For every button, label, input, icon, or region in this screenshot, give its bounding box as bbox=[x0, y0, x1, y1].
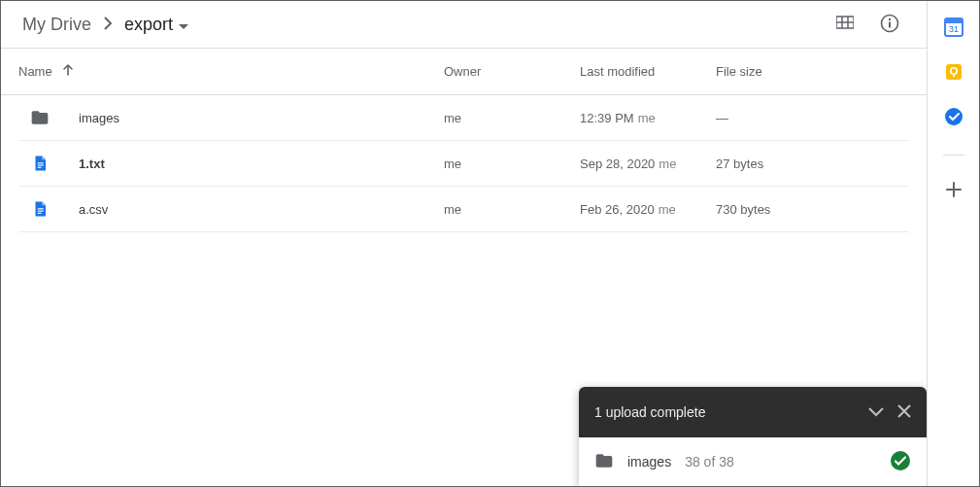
column-owner[interactable]: Owner bbox=[444, 64, 481, 79]
svg-rect-12 bbox=[38, 213, 42, 214]
file-owner: me bbox=[444, 111, 461, 125]
layout-toggle-button[interactable] bbox=[833, 13, 857, 36]
table-row[interactable]: a.csv me Feb 26, 2020me 730 bytes bbox=[18, 187, 909, 232]
svg-rect-9 bbox=[38, 167, 42, 168]
details-button[interactable] bbox=[878, 13, 901, 36]
file-modified-by: me bbox=[659, 202, 676, 217]
breadcrumb-separator-icon bbox=[103, 17, 113, 33]
upload-toast: 1 upload complete images 38 of 38 bbox=[579, 387, 927, 486]
plus-icon bbox=[945, 181, 963, 201]
file-owner: me bbox=[444, 202, 461, 217]
document-icon bbox=[28, 155, 51, 172]
svg-rect-17 bbox=[946, 64, 962, 80]
info-icon bbox=[880, 14, 899, 36]
svg-text:31: 31 bbox=[948, 24, 958, 34]
table-header: Name Owner Last modified File size bbox=[1, 49, 927, 95]
upload-toast-header: 1 upload complete bbox=[579, 387, 927, 437]
svg-rect-8 bbox=[38, 165, 44, 166]
folder-icon bbox=[594, 451, 614, 473]
file-modified-by: me bbox=[638, 111, 656, 125]
breadcrumb-current[interactable]: export bbox=[120, 7, 192, 42]
close-button[interactable] bbox=[897, 404, 911, 421]
get-addons-button[interactable] bbox=[944, 181, 963, 200]
collapse-button[interactable] bbox=[868, 404, 884, 420]
calendar-app-button[interactable]: 31 bbox=[944, 18, 963, 38]
svg-rect-15 bbox=[945, 18, 963, 23]
side-panel: 31 bbox=[927, 1, 979, 486]
calendar-icon: 31 bbox=[944, 17, 963, 40]
svg-rect-7 bbox=[38, 162, 44, 163]
column-size[interactable]: File size bbox=[716, 64, 762, 79]
column-name[interactable]: Name bbox=[18, 64, 52, 79]
file-modified-by: me bbox=[659, 157, 676, 171]
file-list: images me 12:39 PMme — 1.txt me Sep 28, … bbox=[1, 95, 927, 232]
file-modified: 12:39 PM bbox=[580, 111, 634, 125]
breadcrumb-current-label: export bbox=[124, 15, 173, 35]
svg-rect-6 bbox=[889, 21, 891, 27]
svg-rect-10 bbox=[38, 208, 44, 209]
close-icon bbox=[897, 405, 911, 421]
file-name: images bbox=[79, 111, 119, 125]
breadcrumb-root-label: My Drive bbox=[22, 15, 91, 35]
success-check-icon bbox=[890, 450, 911, 474]
chevron-down-icon bbox=[868, 404, 884, 420]
sort-ascending-icon[interactable] bbox=[62, 64, 74, 79]
column-modified[interactable]: Last modified bbox=[580, 64, 655, 79]
folder-icon bbox=[28, 108, 51, 127]
caret-down-icon bbox=[179, 15, 188, 35]
file-modified: Sep 28, 2020 bbox=[580, 157, 655, 171]
table-row[interactable]: 1.txt me Sep 28, 2020me 27 bytes bbox=[18, 141, 909, 187]
upload-item[interactable]: images 38 of 38 bbox=[579, 437, 927, 486]
table-row[interactable]: images me 12:39 PMme — bbox=[18, 95, 909, 141]
file-size: — bbox=[716, 111, 728, 125]
file-owner: me bbox=[444, 157, 461, 171]
upload-item-name: images bbox=[627, 454, 671, 470]
upload-toast-title: 1 upload complete bbox=[594, 404, 855, 420]
keep-icon bbox=[944, 62, 963, 85]
svg-rect-11 bbox=[38, 211, 44, 212]
upload-item-progress: 38 of 38 bbox=[685, 454, 734, 470]
svg-rect-19 bbox=[953, 74, 955, 77]
file-modified: Feb 26, 2020 bbox=[580, 202, 655, 217]
document-icon bbox=[28, 200, 51, 218]
breadcrumb-root[interactable]: My Drive bbox=[18, 7, 95, 42]
file-name: 1.txt bbox=[79, 157, 105, 171]
svg-point-20 bbox=[945, 108, 963, 125]
toolbar: My Drive export bbox=[1, 1, 927, 49]
side-panel-divider bbox=[943, 155, 964, 156]
tasks-app-button[interactable] bbox=[944, 108, 963, 127]
svg-point-5 bbox=[889, 17, 891, 19]
keep-app-button[interactable] bbox=[944, 63, 963, 83]
file-name: a.csv bbox=[79, 202, 108, 217]
grid-view-icon bbox=[836, 15, 854, 35]
file-size: 730 bytes bbox=[716, 202, 770, 217]
file-size: 27 bytes bbox=[716, 157, 763, 171]
tasks-icon bbox=[944, 107, 963, 129]
